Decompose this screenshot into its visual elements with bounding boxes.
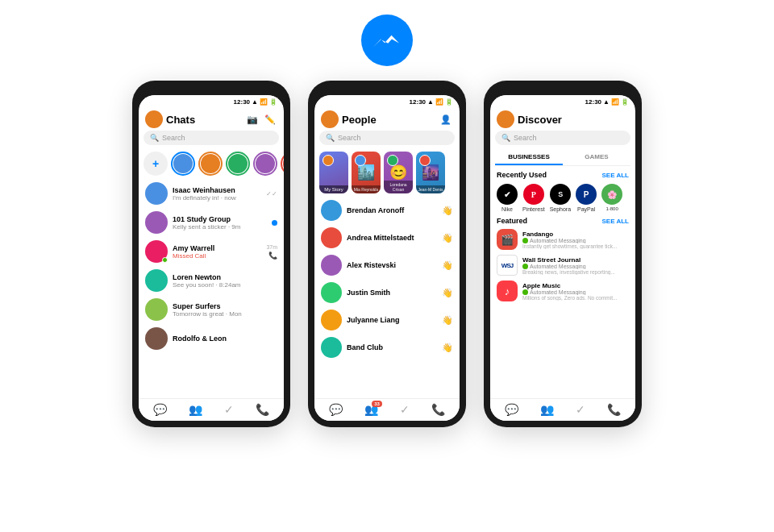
- chat-info-loren: Loren Newton See you soon! · 8:24am: [173, 273, 277, 289]
- chat-name-surfers: Super Surfers: [173, 302, 277, 310]
- brand-pinterest[interactable]: P Pinterest: [522, 184, 545, 212]
- chat-item-amy[interactable]: Amy Warrell Missed Call 37m 📞: [139, 237, 284, 266]
- status-bar-3: 12:30 ▲ 📶 🔋: [490, 95, 635, 107]
- add-story-button[interactable]: +: [144, 152, 168, 176]
- chat-preview-loren: See you soon! · 8:24am: [173, 281, 277, 289]
- brand-paypal[interactable]: P PayPal: [576, 184, 597, 212]
- nav-check-tab-p[interactable]: ✓: [400, 403, 410, 416]
- chat-info-rodolfo: Rodolfo & Leon: [173, 335, 277, 343]
- discover-header: Discover: [490, 107, 635, 131]
- avatar-andrea: [321, 227, 342, 248]
- nav-people-tab[interactable]: 👥: [189, 403, 202, 416]
- loredana-story-label: Loredana Crisan: [384, 181, 413, 193]
- tab-games[interactable]: GAMES: [563, 150, 630, 165]
- people-name-brendan: Brendan Aronoff: [347, 206, 437, 214]
- pinterest-label: Pinterest: [522, 206, 545, 212]
- chat-item-rodolfo[interactable]: Rodolfo & Leon: [139, 324, 284, 353]
- brand-nike[interactable]: ✔ Nike: [497, 184, 518, 212]
- chat-info-amy: Amy Warrell Missed Call: [173, 244, 261, 260]
- wave-alex[interactable]: 👋: [442, 260, 453, 271]
- featured-wsj[interactable]: WSJ Wall Street Journal Automated Messag…: [490, 252, 635, 278]
- compose-icon[interactable]: ✏️: [263, 112, 277, 127]
- people-name-justin: Justin Smith: [347, 289, 437, 297]
- chat-meta-amy: 37m 📞: [266, 244, 277, 260]
- pinterest-icon: P: [523, 184, 544, 205]
- people-item-band[interactable]: Band Club 👋: [314, 334, 460, 361]
- jean-story-card[interactable]: 🌆 Jean-M Denis: [416, 152, 445, 193]
- people-search-bar[interactable]: 🔍 Search: [319, 131, 455, 145]
- chat-item-study[interactable]: 101 Study Group Kelly sent a sticker · 9…: [139, 208, 284, 237]
- chats-search-bar[interactable]: 🔍 Search: [144, 131, 279, 145]
- unread-dot-study: [272, 220, 277, 226]
- camera-icon[interactable]: 📷: [245, 112, 260, 127]
- nav-people-tab-p[interactable]: 👥 33: [364, 403, 378, 416]
- my-story-card[interactable]: My Story: [319, 152, 348, 193]
- brand-sephora[interactable]: S Sephora: [550, 184, 571, 212]
- discover-tabs: BUSINESSES GAMES: [495, 150, 630, 166]
- loredana-story-card[interactable]: 😊 Loredana Crisan: [384, 152, 413, 193]
- wifi-icon-2: ▲: [427, 98, 434, 106]
- add-friend-icon[interactable]: 👤: [439, 112, 453, 127]
- featured-apple-music[interactable]: ♪ Apple Music Automated Messaging Millio…: [490, 278, 635, 304]
- status-time-2: 12:30: [410, 98, 426, 106]
- nav-chats-tab[interactable]: 💬: [153, 403, 167, 416]
- people-item-julyanne[interactable]: Julyanne Liang 👋: [314, 306, 460, 334]
- wave-andrea[interactable]: 👋: [442, 233, 453, 243]
- wave-julyanne[interactable]: 👋: [442, 315, 453, 326]
- people-item-brendan[interactable]: Brendan Aronoff 👋: [314, 197, 460, 224]
- wifi-icon-3: ▲: [603, 98, 610, 106]
- battery-icon-2: 🔋: [445, 98, 453, 106]
- nav-phone-tab-d[interactable]: 📞: [607, 403, 621, 416]
- story-item-4[interactable]: [253, 152, 277, 176]
- people-item-alex[interactable]: Alex Ristevski 👋: [314, 251, 460, 279]
- people-search-text: Search: [338, 134, 361, 142]
- apple-music-info: Apple Music Automated Messaging Millions…: [522, 282, 629, 301]
- chats-search-icon: 🔍: [150, 134, 159, 142]
- tab-businesses[interactable]: BUSINESSES: [495, 150, 563, 165]
- wave-brendan[interactable]: 👋: [442, 206, 453, 216]
- featured-fandango[interactable]: 🎬 Fandango Automated Messaging Instantly…: [490, 227, 635, 252]
- chats-search-text: Search: [162, 134, 185, 142]
- story-item-5[interactable]: [281, 152, 284, 176]
- nav-check-tab-d[interactable]: ✓: [576, 403, 585, 416]
- chat-item-isaac[interactable]: Isaac Weinhausen I'm definately in! · no…: [139, 179, 284, 208]
- phone-notch-3: [539, 87, 587, 94]
- people-item-justin[interactable]: Justin Smith 👋: [314, 279, 460, 306]
- people-item-andrea[interactable]: Andrea Mittelstaedt 👋: [314, 224, 460, 251]
- nav-people-tab-d[interactable]: 👥: [540, 403, 554, 416]
- discover-search-bar[interactable]: 🔍 Search: [495, 131, 630, 145]
- story-item-1[interactable]: [171, 152, 195, 176]
- nav-phone-tab-p[interactable]: 📞: [431, 403, 445, 416]
- chat-item-loren[interactable]: Loren Newton See you soon! · 8:24am: [139, 266, 284, 295]
- fandango-status-dot: [522, 238, 528, 243]
- brand-1800flowers[interactable]: 🌸 1-800: [601, 184, 622, 212]
- mia-story-card[interactable]: 🏙️ Mia Reynolds: [352, 152, 381, 193]
- wave-band[interactable]: 👋: [442, 343, 453, 353]
- story-item-2[interactable]: [198, 152, 223, 176]
- recently-used-label: Recently Used: [497, 171, 547, 179]
- recently-used-see-all[interactable]: SEE ALL: [602, 172, 629, 179]
- status-time-3: 12:30: [585, 98, 601, 106]
- nav-phone-tab[interactable]: 📞: [256, 403, 269, 416]
- status-bar-1: 12:30 ▲ 📶 🔋: [139, 95, 284, 107]
- signal-icon-1: 📶: [260, 98, 268, 106]
- nav-check-tab[interactable]: ✓: [224, 403, 234, 416]
- status-icons-1: ▲ 📶 🔋: [252, 98, 277, 106]
- people-name-julyanne: Julyanne Liang: [347, 316, 437, 324]
- chat-item-surfers[interactable]: Super Surfers Tomorrow is great · Mon: [139, 295, 284, 324]
- phone-screen-chats: 12:30 ▲ 📶 🔋 Chats 📷 ✏️ 🔍: [139, 95, 284, 421]
- status-icons-3: ▲ 📶 🔋: [603, 98, 629, 106]
- featured-label: Featured: [497, 217, 527, 225]
- chat-list: Isaac Weinhausen I'm definately in! · no…: [139, 179, 284, 398]
- chat-preview-surfers: Tomorrow is great · Mon: [173, 310, 277, 318]
- nav-chats-tab-d[interactable]: 💬: [505, 403, 518, 416]
- avatar-loren: [145, 269, 168, 292]
- chat-name-loren: Loren Newton: [173, 273, 277, 281]
- featured-see-all[interactable]: SEE ALL: [602, 218, 629, 225]
- sephora-icon: S: [550, 184, 571, 205]
- nav-chats-tab-p[interactable]: 💬: [329, 403, 343, 416]
- phone-discover: 12:30 ▲ 📶 🔋 Discover 🔍 Search: [484, 81, 642, 427]
- avatar-isaac: [145, 182, 168, 205]
- wave-justin[interactable]: 👋: [442, 288, 453, 298]
- story-item-3[interactable]: [226, 152, 250, 176]
